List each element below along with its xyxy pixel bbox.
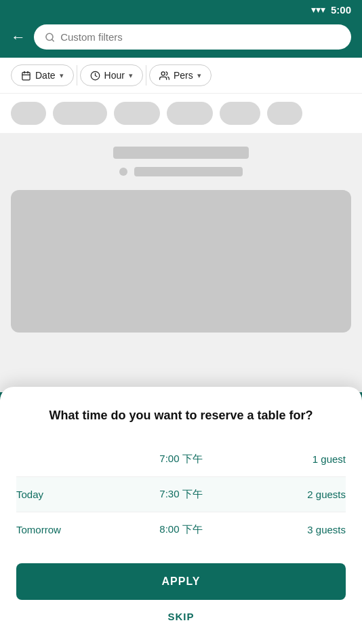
pill-4 (167, 102, 213, 125)
wifi-icon: ▾▾▾ (311, 4, 325, 15)
svg-point-7 (161, 71, 165, 75)
picker-time-3: 8:00 下午 (77, 523, 285, 536)
picker-section: 7:00 下午 1 guest Today 7:30 下午 2 guests T… (16, 442, 346, 547)
content-area (0, 94, 362, 392)
map-placeholder (11, 190, 351, 333)
picker-time-2: 7:30 下午 (77, 488, 285, 501)
pill-2 (53, 102, 107, 125)
sheet-title: What time do you want to reserve a table… (16, 409, 346, 423)
search-input[interactable] (60, 31, 340, 43)
filter-row: Date ▾ Hour ▾ Pers ▾ (0, 58, 362, 94)
clock-icon (90, 71, 100, 81)
picker-guests-1: 1 guest (285, 453, 346, 465)
pill-5 (220, 102, 260, 125)
hour-filter-button[interactable]: Hour ▾ (80, 64, 143, 86)
pill-1 (11, 102, 46, 125)
filter-separator-2 (146, 65, 146, 86)
text-placeholder-wide (113, 147, 249, 159)
picker-date-2: Today (16, 489, 77, 500)
date-filter-label: Date (35, 70, 56, 81)
text-placeholder-dot (119, 168, 127, 176)
picker-row-1[interactable]: 7:00 下午 1 guest (16, 442, 346, 477)
filter-separator-1 (77, 65, 77, 86)
search-bar: ← (0, 19, 362, 58)
back-button[interactable]: ← (11, 30, 26, 45)
picker-guests-3: 3 guests (285, 524, 346, 535)
calendar-icon (21, 71, 31, 81)
picker-time-1: 7:00 下午 (77, 453, 285, 466)
date-filter-button[interactable]: Date ▾ (11, 64, 74, 86)
svg-rect-2 (22, 72, 30, 79)
persons-filter-button[interactable]: Pers ▾ (149, 64, 212, 86)
status-bar: ▾▾▾ 5:00 (0, 0, 362, 19)
skip-button[interactable]: SKIP (16, 605, 346, 628)
search-icon (45, 32, 55, 43)
svg-line-1 (52, 39, 54, 41)
picker-row-2[interactable]: Today 7:30 下午 2 guests (16, 477, 346, 512)
pill-row (0, 94, 362, 133)
picker-date-3: Tomorrow (16, 524, 77, 535)
apply-button[interactable]: APPLY (16, 563, 346, 600)
status-time: 5:00 (331, 4, 351, 16)
persons-filter-label: Pers (174, 70, 193, 81)
search-wrapper[interactable] (34, 24, 351, 50)
hour-chevron-icon: ▾ (129, 71, 133, 80)
date-chevron-icon: ▾ (60, 71, 64, 80)
bottom-sheet: What time do you want to reserve a table… (0, 387, 362, 644)
persons-chevron-icon: ▾ (197, 71, 201, 80)
pill-3 (114, 102, 160, 125)
picker-guests-2: 2 guests (285, 489, 346, 500)
text-placeholders (0, 133, 362, 190)
pill-6 (267, 102, 302, 125)
hour-filter-label: Hour (104, 70, 125, 81)
text-placeholder-row (119, 167, 243, 176)
persons-icon (159, 71, 169, 81)
text-placeholder-med (134, 167, 243, 176)
picker-row-3[interactable]: Tomorrow 8:00 下午 3 guests (16, 512, 346, 547)
